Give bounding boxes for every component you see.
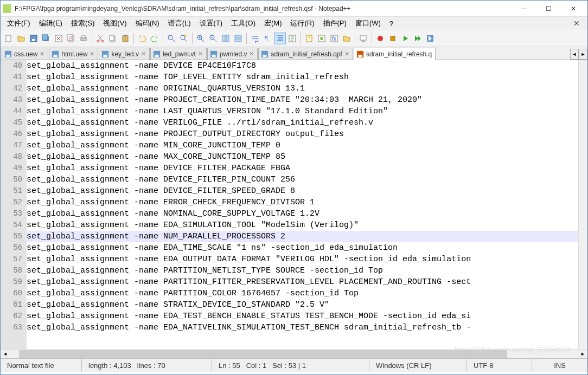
save-macro-button[interactable] <box>424 33 436 44</box>
tab-keyled[interactable]: key_led.v✕ <box>99 48 150 60</box>
tab-scroll-right-button[interactable]: ► <box>579 49 587 60</box>
tab-label: key_led.v <box>111 50 139 58</box>
menu-language[interactable]: 语言(L) <box>164 17 195 29</box>
svg-rect-24 <box>235 39 241 42</box>
new-file-button[interactable] <box>3 33 15 44</box>
tab-qsf-active[interactable]: sdram_initial_refresh.q <box>354 48 436 60</box>
menu-help[interactable]: ? <box>385 18 398 29</box>
paste-button[interactable] <box>119 33 131 44</box>
play-multi-button[interactable] <box>412 33 424 44</box>
doc-map-button[interactable] <box>303 33 315 44</box>
svg-point-28 <box>308 36 310 38</box>
zoom-out-button[interactable] <box>207 33 219 44</box>
print-button[interactable] <box>78 33 90 44</box>
vertical-scrollbar[interactable] <box>578 60 587 349</box>
tab-close-icon[interactable]: ✕ <box>249 50 254 57</box>
tab-css[interactable]: css.uew✕ <box>2 48 48 60</box>
find-button[interactable] <box>165 33 177 44</box>
record-macro-button[interactable] <box>374 33 386 44</box>
window-controls: ─ ☐ ✕ <box>512 1 585 16</box>
tab-ledpwm[interactable]: led_pwm.vt✕ <box>150 48 207 60</box>
mdi-close-button[interactable]: ✕ <box>568 19 585 28</box>
menu-encoding[interactable]: 编码(N) <box>131 17 164 29</box>
tab-pwmled[interactable]: pwmled.v✕ <box>207 48 258 60</box>
menu-macro[interactable]: 宏(M) <box>260 17 286 29</box>
save-icon <box>153 50 161 58</box>
tab-label: css.uew <box>14 50 37 58</box>
copy-button[interactable] <box>107 33 119 44</box>
scroll-left-icon[interactable]: ◄ <box>1 350 10 358</box>
horizontal-scrollbar[interactable]: ◄ ► <box>1 349 587 358</box>
menu-search[interactable]: 搜索(S) <box>67 17 99 29</box>
undo-button[interactable] <box>136 33 148 44</box>
svg-rect-15 <box>124 35 127 36</box>
tab-close-icon[interactable]: ✕ <box>344 50 349 57</box>
menu-view[interactable]: 视图(V) <box>99 17 131 29</box>
svg-rect-41 <box>54 54 57 56</box>
svg-rect-13 <box>110 35 114 41</box>
save-icon <box>101 50 109 58</box>
play-macro-button[interactable] <box>399 33 411 44</box>
tab-qpf[interactable]: sdram_initial_refresh.qpf✕ <box>258 48 353 60</box>
redo-button[interactable] <box>149 33 161 44</box>
save-icon <box>261 50 269 58</box>
titlebar: F:\FPGA\fpga program\mingdeyang_Verilog\… <box>1 1 587 17</box>
sync-v-button[interactable] <box>220 33 232 44</box>
folder-tree-button[interactable] <box>341 33 353 44</box>
svg-rect-36 <box>391 36 395 41</box>
show-all-chars-button[interactable]: ¶ <box>261 33 273 44</box>
tab-html[interactable]: html.uew✕ <box>49 48 98 60</box>
tab-close-icon[interactable]: ✕ <box>40 50 44 57</box>
svg-rect-34 <box>362 41 365 42</box>
maximize-button[interactable]: ☐ <box>536 1 561 16</box>
menu-window[interactable]: 窗口(W) <box>351 17 385 29</box>
tab-scroll: ◄ ► <box>570 49 587 60</box>
tab-label: pwmled.v <box>220 50 247 58</box>
doc-list-button[interactable] <box>316 33 328 44</box>
open-file-button[interactable] <box>15 33 27 44</box>
svg-text:fx: fx <box>332 36 336 42</box>
cut-button[interactable] <box>94 33 106 44</box>
save-button[interactable] <box>28 33 40 44</box>
menu-run[interactable]: 运行(R) <box>286 17 318 29</box>
replace-button[interactable] <box>178 33 190 44</box>
close-file-button[interactable] <box>53 33 65 44</box>
menu-tools[interactable]: 工具(O) <box>227 17 260 29</box>
menu-settings[interactable]: 设置(T) <box>195 17 227 29</box>
tab-close-icon[interactable]: ✕ <box>90 50 94 57</box>
monitor-button[interactable] <box>357 33 369 44</box>
func-list-button[interactable]: fx <box>328 33 340 44</box>
save-all-button[interactable] <box>40 33 52 44</box>
user-lang-button[interactable] <box>286 33 298 44</box>
svg-rect-45 <box>155 54 159 56</box>
menu-file[interactable]: 文件(F) <box>3 17 35 29</box>
scroll-thumb[interactable] <box>19 350 507 358</box>
close-button[interactable]: ✕ <box>561 1 585 16</box>
indent-guide-button[interactable] <box>274 33 286 44</box>
svg-rect-0 <box>6 35 11 42</box>
tab-close-icon[interactable]: ✕ <box>141 50 146 57</box>
editor[interactable]: 4041424344454647484950515253545556575859… <box>1 60 587 349</box>
code-area[interactable]: set_global_assignment -name DEVICE EP4CE… <box>27 60 578 349</box>
zoom-in-button[interactable] <box>195 33 207 44</box>
svg-rect-4 <box>42 35 48 40</box>
menu-plugins[interactable]: 插件(P) <box>319 17 351 29</box>
tab-close-icon[interactable]: ✕ <box>198 50 203 57</box>
sync-h-button[interactable] <box>232 33 244 44</box>
svg-rect-18 <box>184 35 187 36</box>
menu-edit[interactable]: 编辑(E) <box>35 17 67 29</box>
tab-scroll-left-button[interactable]: ◄ <box>570 49 579 60</box>
menubar: 文件(F) 编辑(E) 搜索(S) 视图(V) 编码(N) 语言(L) 设置(T… <box>1 17 587 30</box>
stop-macro-button[interactable] <box>387 33 399 44</box>
svg-rect-22 <box>226 35 229 42</box>
status-position: Ln : 55 Col : 1 Sel : 53 | 1 <box>212 359 369 372</box>
svg-point-16 <box>168 35 172 40</box>
svg-rect-51 <box>358 55 362 57</box>
minimize-button[interactable]: ─ <box>512 1 536 16</box>
word-wrap-button[interactable] <box>249 33 261 44</box>
svg-text:¶: ¶ <box>265 35 268 42</box>
save-icon <box>210 50 218 58</box>
close-all-button[interactable] <box>65 33 77 44</box>
scroll-right-icon[interactable]: ► <box>578 350 587 358</box>
status-mode: INS <box>532 359 587 372</box>
